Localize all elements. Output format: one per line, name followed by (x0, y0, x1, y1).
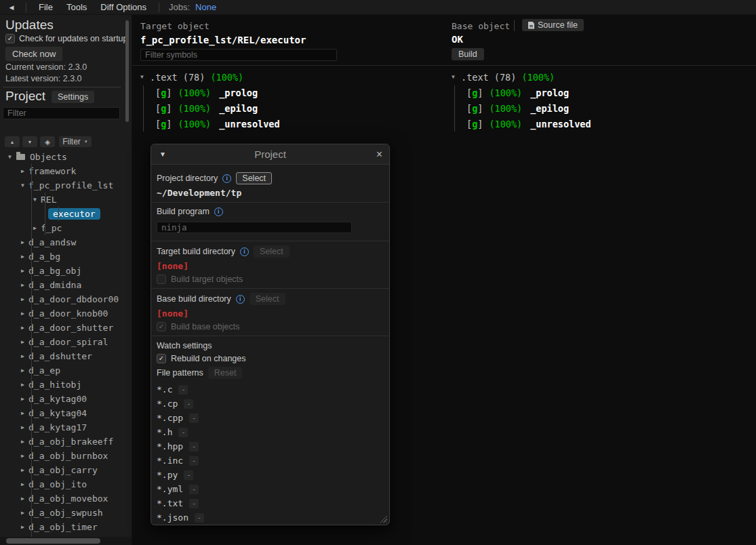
tree-item-d_a_bg[interactable]: ▶d_a_bg (0, 249, 123, 264)
collapsed-arrow-icon[interactable]: ▶ (21, 296, 28, 302)
tree-item-REL[interactable]: ▼REL (0, 193, 123, 207)
back-icon[interactable]: ◀ (3, 4, 20, 11)
collapsed-arrow-icon[interactable]: ▶ (33, 225, 41, 231)
tree-item-d_a_dmidna[interactable]: ▶d_a_dmidna (0, 278, 123, 292)
collapsed-arrow-icon[interactable]: ▶ (21, 339, 28, 345)
tree-item-d_a_obj_swpush[interactable]: ▶d_a_obj_swpush (0, 506, 123, 520)
checkbox-icon[interactable]: ✓ (5, 34, 15, 43)
tree-item-d_a_obj_movebox[interactable]: ▶d_a_obj_movebox (0, 491, 123, 506)
tree-item-d_a_door_dbdoor00[interactable]: ▶d_a_door_dbdoor00 (0, 292, 123, 306)
locate-object-button[interactable]: ◈ (40, 136, 55, 147)
scrollbar-thumb[interactable] (6, 538, 100, 544)
collapsed-arrow-icon[interactable]: ▶ (21, 410, 28, 416)
collapsed-arrow-icon[interactable]: ▶ (21, 268, 28, 274)
section-header-row[interactable]: ▼.text (78) (100%) (452, 69, 756, 85)
collapsed-arrow-icon[interactable]: ▶ (21, 282, 28, 288)
sidebar-horizontal-scrollbar[interactable] (0, 537, 132, 545)
collapsed-arrow-icon[interactable]: ▶ (21, 439, 28, 445)
project-filter-input[interactable] (3, 107, 120, 119)
remove-pattern-button[interactable]: - (189, 499, 199, 508)
collapsed-arrow-icon[interactable]: ▶ (21, 467, 28, 473)
expanded-arrow-icon[interactable]: ▼ (8, 154, 16, 160)
menu-file[interactable]: File (32, 2, 60, 12)
tree-item-d_a_obj_ito[interactable]: ▶d_a_obj_ito (0, 477, 123, 491)
tree-item-d_a_ep[interactable]: ▶d_a_ep (0, 363, 123, 378)
reset-patterns-button[interactable]: Reset (208, 367, 243, 379)
collapsed-arrow-icon[interactable]: ▶ (21, 424, 28, 430)
info-icon[interactable] (236, 295, 245, 304)
tree-item-d_a_andsw[interactable]: ▶d_a_andsw (0, 235, 123, 249)
collapse-all-button[interactable]: ▲ (5, 136, 20, 147)
tree-item-d_a_dshutter[interactable]: ▶d_a_dshutter (0, 349, 123, 363)
dialog-titlebar[interactable]: ▼ Project × (151, 144, 389, 165)
tree-item-d_a_obj_carry[interactable]: ▶d_a_obj_carry (0, 463, 123, 477)
remove-pattern-button[interactable]: - (189, 442, 199, 451)
info-icon[interactable] (214, 207, 223, 216)
collapsed-arrow-icon[interactable]: ▶ (21, 239, 28, 245)
menu-tools[interactable]: Tools (60, 2, 94, 12)
symbol-filter-input[interactable] (140, 49, 337, 61)
tree-item-d_a_door_spiral[interactable]: ▶d_a_door_spiral (0, 335, 123, 349)
collapsed-arrow-icon[interactable]: ▶ (21, 510, 28, 516)
close-icon[interactable]: × (376, 149, 382, 160)
expanded-arrow-icon[interactable]: ▼ (452, 74, 461, 80)
symbol-row[interactable]: [g](100%)_epilog (140, 100, 445, 116)
build-target-objects-checkbox[interactable]: ✓ (157, 275, 166, 284)
tree-item-d_a_obj_brakeeff[interactable]: ▶d_a_obj_brakeeff (0, 435, 123, 449)
build-base-objects-checkbox[interactable]: ✓ (157, 322, 166, 331)
expanded-arrow-icon[interactable]: ▼ (21, 182, 28, 188)
filter-dropdown[interactable]: Filter ▼ (59, 136, 92, 147)
collapsed-arrow-icon[interactable]: ▶ (21, 453, 28, 459)
remove-pattern-button[interactable]: - (195, 513, 204, 523)
symbol-row[interactable]: [g](100%)_prolog (140, 85, 445, 100)
tree-item-d_a_obj_burnbox[interactable]: ▶d_a_obj_burnbox (0, 449, 123, 463)
collapsed-arrow-icon[interactable]: ▶ (21, 496, 28, 502)
tree-item-d_a_door_shutter[interactable]: ▶d_a_door_shutter (0, 321, 123, 335)
source-file-button[interactable]: Source file (522, 19, 584, 31)
tree-item-framework[interactable]: ▶framework (0, 164, 123, 178)
section-header-row[interactable]: ▼.text (78) (100%) (140, 69, 445, 85)
tree-item-d_a_bg_obj[interactable]: ▶d_a_bg_obj (0, 264, 123, 278)
collapsed-arrow-icon[interactable]: ▶ (21, 168, 28, 174)
tree-item-f_pc_profile_lst[interactable]: ▼f_pc_profile_lst (0, 178, 123, 193)
build-button[interactable]: Build (452, 48, 484, 60)
collapsed-arrow-icon[interactable]: ▶ (21, 310, 28, 317)
tree-item-d_a_hitobj[interactable]: ▶d_a_hitobj (0, 378, 123, 392)
expanded-arrow-icon[interactable]: ▼ (33, 197, 41, 203)
collapsed-arrow-icon[interactable]: ▶ (21, 396, 28, 402)
tree-item-d_a_kytag17[interactable]: ▶d_a_kytag17 (0, 420, 123, 435)
collapsed-arrow-icon[interactable]: ▶ (21, 481, 28, 487)
base-build-directory-select-button[interactable]: Select (250, 293, 285, 305)
menu-diff-options[interactable]: Diff Options (94, 2, 153, 12)
info-icon[interactable] (240, 247, 249, 256)
remove-pattern-button[interactable]: - (189, 456, 199, 466)
remove-pattern-button[interactable]: - (184, 399, 193, 409)
remove-pattern-button[interactable]: - (189, 413, 199, 423)
collapsed-arrow-icon[interactable]: ▶ (21, 325, 28, 331)
jobs-status-link[interactable]: None (195, 2, 216, 12)
target-build-directory-select-button[interactable]: Select (254, 245, 290, 258)
remove-pattern-button[interactable]: - (184, 470, 193, 480)
collapsed-arrow-icon[interactable]: ▶ (21, 254, 28, 260)
collapsed-arrow-icon[interactable]: ▶ (21, 382, 28, 388)
remove-pattern-button[interactable]: - (178, 385, 188, 395)
rebuild-on-changes-checkbox[interactable]: ✓ (157, 354, 166, 363)
tree-item-d_a_kytag00[interactable]: ▶d_a_kytag00 (0, 392, 123, 406)
symbol-row[interactable]: [g](100%)_epilog (452, 100, 756, 116)
collapsed-arrow-icon[interactable]: ▶ (21, 524, 28, 530)
info-icon[interactable] (222, 174, 231, 183)
tree-item-d_a_obj_timer[interactable]: ▶d_a_obj_timer (0, 520, 123, 534)
tree-item-Objects[interactable]: ▼Objects (0, 150, 123, 164)
expand-all-button[interactable]: ▼ (22, 136, 37, 147)
check-now-button[interactable]: Check now (5, 47, 62, 61)
collapsed-arrow-icon[interactable]: ▶ (21, 367, 28, 374)
collapsed-arrow-icon[interactable]: ▶ (21, 353, 28, 359)
symbol-row[interactable]: [g](100%)_prolog (452, 85, 756, 100)
sidebar-vertical-scrollbar[interactable] (125, 20, 129, 122)
expanded-arrow-icon[interactable]: ▼ (140, 74, 150, 80)
remove-pattern-button[interactable]: - (189, 485, 199, 494)
tree-item-d_a_door_knob00[interactable]: ▶d_a_door_knob00 (0, 306, 123, 321)
tree-item-f_pc[interactable]: ▶f_pc (0, 221, 123, 235)
symbol-row[interactable]: [g](100%)_unresolved (140, 116, 445, 132)
tree-item-d_a_kytag04[interactable]: ▶d_a_kytag04 (0, 406, 123, 420)
